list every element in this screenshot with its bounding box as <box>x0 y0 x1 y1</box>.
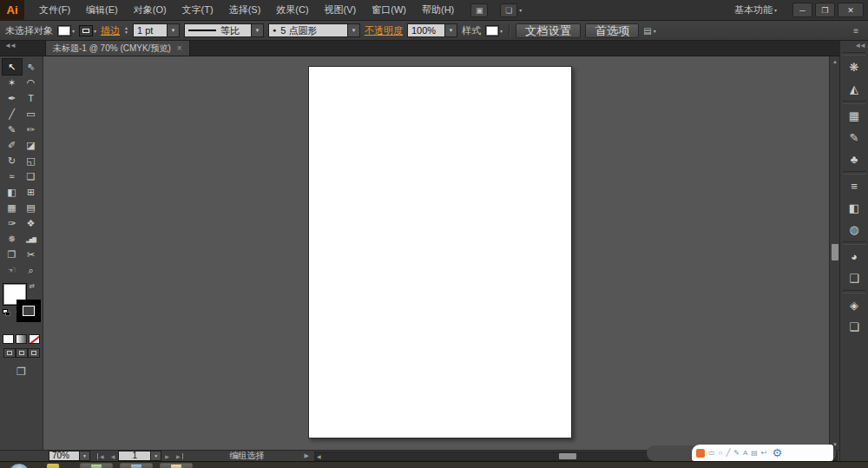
toolbar-collapse-icon[interactable]: ◄◄ <box>0 41 45 56</box>
tool-artboard[interactable]: ❐ <box>3 247 22 262</box>
tool-rectangle[interactable]: ▭ <box>22 106 41 122</box>
fill-color-picker[interactable]: ▾ <box>57 25 75 36</box>
start-button[interactable] <box>8 463 30 468</box>
taskbar-app-button[interactable] <box>120 463 153 468</box>
gear-icon[interactable]: ⚙ <box>773 446 783 459</box>
draw-behind-button[interactable] <box>16 348 28 358</box>
draw-normal-button[interactable] <box>3 348 16 358</box>
arrange-documents-button[interactable]: ❏ ▾ <box>500 3 522 17</box>
menu-file[interactable]: 文件(F) <box>31 0 78 20</box>
vertical-scroll-thumb[interactable] <box>832 244 838 260</box>
control-panel-menu-icon[interactable]: ≡ <box>853 26 863 36</box>
scroll-left-icon[interactable]: ◀ <box>317 452 321 460</box>
screen-mode-button[interactable]: ❐ <box>0 366 43 378</box>
tool-pencil[interactable]: ✏ <box>22 122 41 137</box>
tool-mesh[interactable]: ▦ <box>3 200 22 215</box>
last-artboard-icon[interactable]: ▶ <box>173 453 183 459</box>
chevron-down-icon[interactable]: ▼ <box>445 23 457 37</box>
none-mode-button[interactable] <box>29 334 40 344</box>
menu-help[interactable]: 帮助(H) <box>414 0 462 20</box>
capture-pen-icon[interactable]: ✎ <box>733 449 740 457</box>
menu-edit[interactable]: 编辑(E) <box>78 0 126 20</box>
brush-definition-combo[interactable]: ● 5 点圆形 ▼ <box>268 23 360 37</box>
tool-perspective-grid[interactable]: ⊞ <box>22 184 41 200</box>
menu-effect[interactable]: 效果(C) <box>268 0 316 20</box>
chevron-down-icon[interactable]: ▼ <box>151 451 161 461</box>
canvas-area[interactable] <box>43 56 829 450</box>
taskbar-app-button[interactable] <box>80 463 113 468</box>
taskbar-icon[interactable] <box>47 464 59 468</box>
workspace-switcher[interactable]: 基本功能 ▾ <box>734 3 777 16</box>
capture-undo-icon[interactable]: ↩ <box>761 449 767 457</box>
tool-slice[interactable]: ✂ <box>22 247 41 262</box>
stroke-weight-value[interactable]: 1 pt <box>133 23 168 37</box>
tool-selection[interactable]: ↖ <box>3 59 22 75</box>
panel-artboards[interactable]: ❏ <box>840 316 868 338</box>
color-mode-button[interactable] <box>3 334 14 344</box>
tool-symbol-sprayer[interactable]: ✵ <box>3 231 22 247</box>
panel-swatches[interactable]: ▦ <box>840 105 868 127</box>
swap-fill-stroke-icon[interactable]: ⇄ <box>30 282 36 290</box>
tool-direct-selection[interactable]: ⇖ <box>22 59 41 75</box>
document-tab[interactable]: 未标题-1 @ 70% (CMYK/预览) × <box>45 41 190 56</box>
opacity-combo[interactable]: 100% ▼ <box>407 23 457 37</box>
zoom-combo[interactable]: 70% ▼ <box>49 451 90 461</box>
chevron-down-icon[interactable]: ▼ <box>252 23 264 37</box>
menu-window[interactable]: 窗口(W) <box>364 0 414 20</box>
width-profile-combo[interactable]: 等比 ▼ <box>184 23 264 37</box>
zoom-level-value[interactable]: 70% <box>49 451 80 461</box>
previous-artboard-icon[interactable]: ◀ <box>108 453 119 459</box>
capture-brand-icon[interactable] <box>696 449 705 458</box>
style-picker[interactable]: ▾ <box>485 25 503 36</box>
tool-rotate[interactable]: ↻ <box>3 153 22 168</box>
default-fill-stroke-icon[interactable] <box>3 309 11 317</box>
tool-column-graph[interactable]: ▂▅▇ <box>22 231 41 247</box>
chevron-down-icon[interactable]: ▼ <box>168 23 180 37</box>
tool-line-segment[interactable]: ╱ <box>3 106 22 122</box>
document-setup-button[interactable]: 文档设置 <box>516 23 581 38</box>
horizontal-scroll-thumb[interactable] <box>559 453 576 459</box>
minimize-button[interactable]: ─ <box>792 3 812 17</box>
tool-hand[interactable]: ☜ <box>3 262 22 278</box>
panel-gradient[interactable]: ◧ <box>840 197 868 219</box>
panel-brushes[interactable]: ✎ <box>840 127 868 148</box>
menu-view[interactable]: 视图(V) <box>317 0 365 20</box>
menu-object[interactable]: 对象(O) <box>126 0 174 20</box>
tool-blob-brush[interactable]: ✐ <box>3 137 22 153</box>
bridge-icon[interactable]: ▣ <box>470 3 488 17</box>
panel-transparency[interactable]: ◍ <box>840 219 868 241</box>
stroke-color-box[interactable] <box>16 300 41 322</box>
tool-shape-builder[interactable]: ◧ <box>3 184 22 200</box>
tool-type[interactable]: T <box>22 90 41 106</box>
preferences-button[interactable]: 首选项 <box>585 23 639 38</box>
first-artboard-icon[interactable]: ◀ <box>97 453 108 459</box>
tool-scale[interactable]: ◱ <box>22 153 41 168</box>
tool-lasso[interactable]: ◠ <box>22 75 41 90</box>
opacity-panel-link[interactable]: 不透明度 <box>365 24 403 37</box>
capture-rect-icon[interactable]: ▭ <box>708 449 715 457</box>
tool-free-transform[interactable]: ❏ <box>22 168 41 184</box>
panel-color[interactable]: ❋ <box>840 56 868 78</box>
tool-width[interactable]: ≈ <box>3 168 22 184</box>
stroke-weight-combo[interactable]: 1 pt ▼ <box>133 23 180 37</box>
tool-eraser[interactable]: ◪ <box>22 137 41 153</box>
panel-color-guide[interactable]: ◭ <box>840 78 868 100</box>
menu-type[interactable]: 文字(T) <box>174 0 221 20</box>
tool-eyedropper[interactable]: ✑ <box>3 215 22 231</box>
gradient-mode-button[interactable] <box>16 334 27 344</box>
stroke-weight-stepper[interactable]: ▲ ▼ <box>124 26 128 35</box>
next-artboard-icon[interactable]: ▶ <box>161 453 173 459</box>
status-flyout-icon[interactable]: ▶ <box>305 452 309 459</box>
panel-stroke[interactable]: ≡ <box>840 175 868 197</box>
artboard-navigation-combo[interactable]: 1 ▼ <box>118 451 161 461</box>
panel-appearance[interactable]: ◕ <box>840 246 868 267</box>
stroke-color-picker[interactable]: ▾ <box>79 25 96 36</box>
panel-graphic-styles[interactable]: ❑ <box>840 267 868 289</box>
chevron-down-icon[interactable]: ▼ <box>348 23 360 37</box>
stroke-panel-link[interactable]: 描边 <box>101 24 120 37</box>
close-tab-icon[interactable]: × <box>177 43 182 53</box>
tool-magic-wand[interactable]: ✶ <box>3 75 22 90</box>
capture-line-icon[interactable]: ╱ <box>726 449 730 457</box>
opacity-value[interactable]: 100% <box>407 23 445 37</box>
chevron-down-icon[interactable]: ▼ <box>80 451 90 461</box>
